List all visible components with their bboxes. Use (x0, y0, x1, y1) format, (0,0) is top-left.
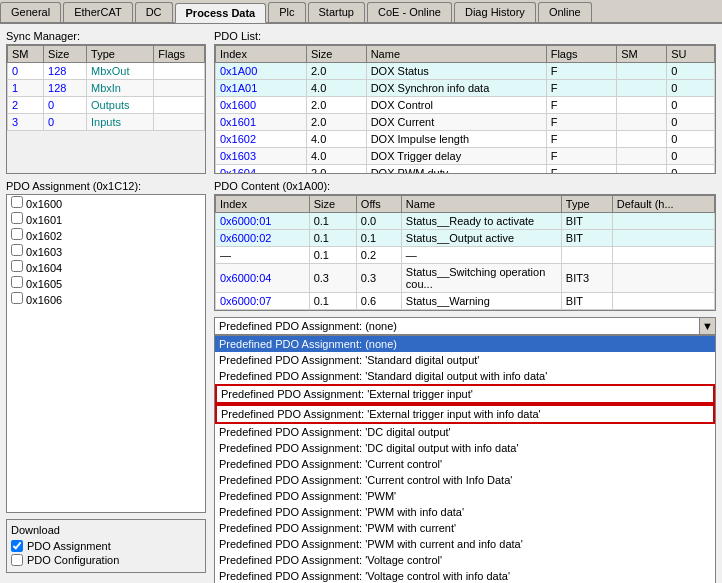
dropdown-item[interactable]: Predefined PDO Assignment: (none) (215, 336, 715, 352)
tab-general[interactable]: General (0, 2, 61, 22)
list-item[interactable]: 0x1606 (7, 291, 205, 307)
table-row[interactable]: 0x6000:01 0.1 0.0 Status__Ready to activ… (216, 213, 715, 230)
tab-diag-history[interactable]: Diag History (454, 2, 536, 22)
table-row[interactable]: — 0.1 0.2 — (216, 247, 715, 264)
sync-manager-section: Sync Manager: SM Size Type Flags 0 (6, 30, 206, 174)
pdo-list-table: Index Size Name Flags SM SU 0x1A00 2.0 D (215, 45, 715, 174)
pdo-content-table-scroll[interactable]: Index Size Offs Name Type Default (h... … (214, 194, 716, 311)
table-row[interactable]: 0x1A00 2.0 DOX Status F 0 (216, 63, 715, 80)
table-row[interactable]: 0 128 MbxOut (8, 63, 205, 80)
table-row[interactable]: 0x6000:07 0.1 0.6 Status__Warning BIT (216, 293, 715, 310)
pdo-checkbox-0[interactable] (11, 196, 23, 208)
sync-manager-label: Sync Manager: (6, 30, 206, 42)
pdo-list-label: PDO List: (214, 30, 716, 42)
table-row[interactable]: 2 0 Outputs (8, 97, 205, 114)
pdo-config-checkbox-label: PDO Configuration (27, 554, 119, 566)
dropdown-item[interactable]: Predefined PDO Assignment: 'PWM with cur… (215, 536, 715, 552)
pdo-checkbox-4[interactable] (11, 260, 23, 272)
tab-startup[interactable]: Startup (308, 2, 365, 22)
tab-online[interactable]: Online (538, 2, 592, 22)
pdo-assignment-label: PDO Assignment (0x1C12): (6, 180, 206, 192)
pdo-col-index: Index (216, 46, 307, 63)
list-item[interactable]: 0x1600 (7, 195, 205, 211)
pdo-checkbox-5[interactable] (11, 276, 23, 288)
predefined-pdo-dropdown[interactable]: Predefined PDO Assignment: (none) Predef… (214, 335, 716, 583)
list-item[interactable]: 0x1605 (7, 275, 205, 291)
dropdown-item[interactable]: Predefined PDO Assignment: 'PWM with inf… (215, 504, 715, 520)
dropdown-item[interactable]: Predefined PDO Assignment: 'DC digital o… (215, 424, 715, 440)
tab-plc[interactable]: Plc (268, 2, 305, 22)
predefined-pdo-combo[interactable]: Predefined PDO Assignment: (none) ▼ (214, 317, 716, 335)
pdo-assignment-checkbox-label: PDO Assignment (27, 540, 111, 552)
tab-coe-online[interactable]: CoE - Online (367, 2, 452, 22)
bottom-section: PDO Assignment (0x1C12): 0x1600 0x1601 0… (6, 180, 716, 573)
main-content: Sync Manager: SM Size Type Flags 0 (0, 24, 722, 579)
pc-col-name: Name (401, 196, 561, 213)
pdo-list-table-scroll[interactable]: Index Size Name Flags SM SU 0x1A00 2.0 D (214, 44, 716, 174)
predefined-pdo-combo-arrow[interactable]: ▼ (699, 318, 715, 334)
table-row[interactable]: 1 128 MbxIn (8, 80, 205, 97)
list-item[interactable]: 0x1603 (7, 243, 205, 259)
pc-col-size: Size (309, 196, 356, 213)
table-row[interactable]: 0x6000:02 0.1 0.1 Status__Output active … (216, 230, 715, 247)
dropdown-item[interactable]: Predefined PDO Assignment: 'Standard dig… (215, 368, 715, 384)
tab-process-data[interactable]: Process Data (175, 3, 267, 23)
pdo-assignment-section: PDO Assignment (0x1C12): 0x1600 0x1601 0… (6, 180, 206, 573)
download-pdo-assignment-checkbox[interactable] (11, 540, 23, 552)
pdo-col-name: Name (366, 46, 546, 63)
sm-col-flags: Flags (154, 46, 205, 63)
pdo-col-flags: Flags (546, 46, 617, 63)
dropdown-item[interactable]: Predefined PDO Assignment: 'Voltage cont… (215, 552, 715, 568)
dropdown-item[interactable]: Predefined PDO Assignment: 'Current cont… (215, 472, 715, 488)
table-row[interactable]: 0x1604 2.0 DOX PWM duty F 0 (216, 165, 715, 175)
download-pdo-config-checkbox[interactable] (11, 554, 23, 566)
tab-bar: General EtherCAT DC Process Data Plc Sta… (0, 0, 722, 24)
pdo-config-checkbox-row: PDO Configuration (11, 554, 201, 566)
pc-col-default: Default (h... (612, 196, 714, 213)
dropdown-item[interactable]: Predefined PDO Assignment: 'Standard dig… (215, 352, 715, 368)
pdo-checkbox-6[interactable] (11, 292, 23, 304)
table-row[interactable]: 0x1A01 4.0 DOX Synchron info data F 0 (216, 80, 715, 97)
table-row[interactable]: 0x1602 4.0 DOX Impulse length F 0 (216, 131, 715, 148)
pdo-checkbox-2[interactable] (11, 228, 23, 240)
list-item[interactable]: 0x1602 (7, 227, 205, 243)
table-row[interactable]: 0x1601 2.0 DOX Current F 0 (216, 114, 715, 131)
tab-dc[interactable]: DC (135, 2, 173, 22)
list-item[interactable]: 0x1601 (7, 211, 205, 227)
pdo-content-table: Index Size Offs Name Type Default (h... … (215, 195, 715, 310)
dropdown-item[interactable]: Predefined PDO Assignment: 'PWM' (215, 488, 715, 504)
dropdown-item[interactable]: Predefined PDO Assignment: 'PWM with cur… (215, 520, 715, 536)
sync-manager-table: SM Size Type Flags 0 128 MbxOut (7, 45, 205, 131)
pc-col-index: Index (216, 196, 310, 213)
pdo-checkbox-1[interactable] (11, 212, 23, 224)
top-section: Sync Manager: SM Size Type Flags 0 (6, 30, 716, 174)
list-item[interactable]: 0x1604 (7, 259, 205, 275)
download-section: Download PDO Assignment PDO Configuratio… (6, 519, 206, 573)
pdo-content-label: PDO Content (0x1A00): (214, 180, 716, 192)
pdo-assignment-list[interactable]: 0x1600 0x1601 0x1602 0x1603 0x1604 0x160… (6, 194, 206, 513)
sm-col-type: Type (87, 46, 154, 63)
table-row[interactable]: 3 0 Inputs (8, 114, 205, 131)
pc-col-type: Type (561, 196, 612, 213)
pdo-checkbox-3[interactable] (11, 244, 23, 256)
table-row[interactable]: 0x1603 4.0 DOX Trigger delay F 0 (216, 148, 715, 165)
tab-ethercat[interactable]: EtherCAT (63, 2, 132, 22)
pdo-assignment-checkbox-row: PDO Assignment (11, 540, 201, 552)
sm-col-sm: SM (8, 46, 44, 63)
table-row[interactable]: 0x6000:04 0.3 0.3 Status__Switching oper… (216, 264, 715, 293)
predefined-pdo-section: Predefined PDO Assignment: (none) ▼ Pred… (214, 317, 716, 583)
dropdown-item[interactable]: Predefined PDO Assignment: 'Voltage cont… (215, 568, 715, 583)
dropdown-item[interactable]: Predefined PDO Assignment: 'Current cont… (215, 456, 715, 472)
pdo-col-size: Size (306, 46, 366, 63)
sync-manager-table-scroll[interactable]: SM Size Type Flags 0 128 MbxOut (6, 44, 206, 174)
sm-col-size: Size (44, 46, 87, 63)
pdo-list-section: PDO List: Index Size Name Flags SM SU (214, 30, 716, 174)
dropdown-item[interactable]: Predefined PDO Assignment: 'External tri… (215, 384, 715, 404)
download-label: Download (11, 524, 201, 536)
table-row[interactable]: 0x1600 2.0 DOX Control F 0 (216, 97, 715, 114)
dropdown-item[interactable]: Predefined PDO Assignment: 'External tri… (215, 404, 715, 424)
dropdown-item[interactable]: Predefined PDO Assignment: 'DC digital o… (215, 440, 715, 456)
pdo-col-su: SU (667, 46, 715, 63)
predefined-pdo-combo-text: Predefined PDO Assignment: (none) (215, 318, 699, 334)
pdo-col-sm: SM (617, 46, 667, 63)
